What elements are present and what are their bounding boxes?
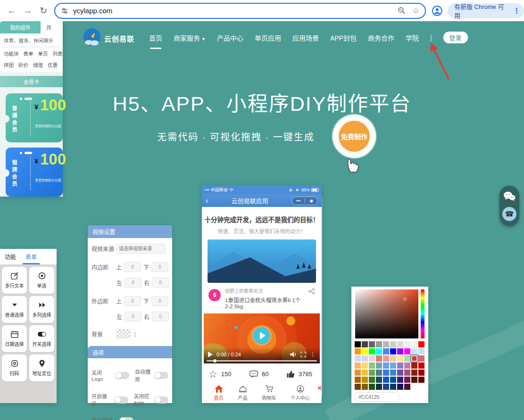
- chrome-update-button[interactable]: 有新版 Chrome 可用 ⋮: [448, 3, 524, 18]
- toggle-disable-seek[interactable]: [119, 417, 133, 420]
- video-progress-bar[interactable]: [207, 360, 317, 362]
- close-circle-icon[interactable]: ◉: [309, 198, 313, 203]
- color-swatch[interactable]: [390, 348, 396, 354]
- component-select[interactable]: 普通选择: [2, 296, 27, 323]
- chevron-down-icon[interactable]: ⌄⌄: [133, 331, 137, 337]
- color-swatch[interactable]: [390, 362, 396, 369]
- color-swatch[interactable]: [418, 341, 424, 347]
- color-swatch[interactable]: [369, 355, 375, 362]
- back-button[interactable]: ←: [4, 3, 20, 19]
- video-source-input[interactable]: [116, 244, 166, 254]
- free-create-cta[interactable]: 免费制作: [333, 115, 376, 158]
- nav-item-single-page-app[interactable]: 单页应用: [255, 33, 281, 42]
- product-list-item[interactable]: 6 田野上的繁荣关注 1泰国进口金枕头榴莲水果6 1个2-2.5kg: [208, 287, 315, 309]
- color-swatch[interactable]: [362, 348, 368, 354]
- color-swatch[interactable]: [362, 370, 368, 376]
- color-swatch[interactable]: [369, 370, 375, 376]
- color-swatch[interactable]: [376, 377, 382, 383]
- color-swatch[interactable]: [397, 370, 403, 376]
- color-swatch[interactable]: [397, 355, 403, 362]
- color-swatch[interactable]: [355, 355, 361, 362]
- color-swatch[interactable]: [383, 355, 389, 362]
- color-swatch[interactable]: [418, 348, 424, 354]
- background-swatch[interactable]: [116, 329, 131, 338]
- component-multi-column-select[interactable]: 多列选择: [29, 296, 54, 323]
- share-icon[interactable]: [308, 288, 315, 295]
- nav-item-product-center[interactable]: 产品中心: [217, 33, 243, 42]
- color-swatch[interactable]: [383, 370, 389, 376]
- color-swatch[interactable]: [390, 370, 396, 376]
- color-swatch[interactable]: [376, 362, 382, 369]
- toggle-close-logo[interactable]: [115, 372, 129, 379]
- color-swatch[interactable]: [362, 355, 368, 362]
- color-swatch[interactable]: [404, 341, 410, 347]
- miniprogram-capsule[interactable]: ••• ◉: [291, 197, 318, 205]
- close-icon[interactable]: ×: [317, 384, 322, 391]
- zoom-icon[interactable]: [398, 7, 406, 15]
- hue-slider[interactable]: [421, 289, 424, 338]
- brand-name[interactable]: 云创易联: [104, 33, 134, 43]
- color-swatch[interactable]: [362, 341, 368, 347]
- nav-item-app-scenarios[interactable]: 应用场景: [292, 33, 319, 42]
- hex-color-input[interactable]: [355, 392, 399, 402]
- site-settings-icon[interactable]: [61, 7, 68, 15]
- margin-left-input[interactable]: [125, 312, 141, 321]
- comment-stat[interactable]: 60: [250, 371, 268, 378]
- play-control-icon[interactable]: [208, 352, 213, 357]
- toggle-autoplay[interactable]: [154, 372, 168, 379]
- component-date-picker[interactable]: 日期选择: [2, 325, 27, 352]
- color-swatch[interactable]: [404, 384, 410, 390]
- color-swatch[interactable]: [369, 348, 375, 354]
- color-swatch[interactable]: [411, 348, 417, 354]
- color-swatch[interactable]: [404, 355, 410, 362]
- color-swatch[interactable]: [355, 370, 361, 376]
- more-dots-icon[interactable]: •••: [296, 198, 300, 203]
- padding-bottom-input[interactable]: [151, 262, 168, 272]
- video-menu-icon[interactable]: ⋮: [310, 351, 316, 358]
- nav-item-business-cooperation[interactable]: 商务合作: [368, 33, 394, 42]
- color-swatch[interactable]: [369, 384, 375, 390]
- color-swatch[interactable]: [411, 362, 417, 369]
- color-swatch[interactable]: [355, 384, 361, 390]
- color-swatch[interactable]: [376, 384, 382, 390]
- component-radio[interactable]: 单选: [29, 267, 54, 294]
- color-swatch[interactable]: [404, 370, 410, 376]
- star-stat[interactable]: ☆ 150: [208, 369, 232, 379]
- margin-right-input[interactable]: [152, 312, 169, 321]
- color-swatch[interactable]: [355, 362, 361, 369]
- free-create-button[interactable]: 免费制作: [339, 121, 370, 152]
- reload-button[interactable]: ↻: [35, 3, 51, 19]
- tab-products[interactable]: 产品: [238, 385, 248, 401]
- component-address-location[interactable]: 地址定位: [29, 354, 54, 381]
- color-swatch[interactable]: [418, 362, 424, 369]
- tab-home[interactable]: 首页: [214, 385, 224, 401]
- color-swatch[interactable]: [376, 355, 382, 362]
- color-swatch[interactable]: [355, 341, 361, 347]
- toggle-loop[interactable]: [114, 396, 128, 404]
- color-swatch[interactable]: [369, 362, 375, 369]
- color-swatch[interactable]: [397, 362, 403, 369]
- color-swatch[interactable]: [383, 377, 389, 383]
- nav-item-app-packaging[interactable]: APP封包: [330, 33, 357, 42]
- color-swatch[interactable]: [418, 370, 424, 376]
- padding-top-input[interactable]: [124, 262, 141, 272]
- color-swatch[interactable]: [411, 341, 417, 347]
- bookmark-star-icon[interactable]: ☆: [412, 6, 419, 16]
- margin-top-input[interactable]: [124, 296, 141, 306]
- forward-button[interactable]: →: [20, 3, 36, 19]
- color-swatch[interactable]: [369, 341, 375, 347]
- margin-bottom-input[interactable]: [151, 296, 168, 306]
- tab-functions[interactable]: 功能: [0, 249, 21, 264]
- color-swatch[interactable]: [362, 377, 368, 383]
- wechat-icon[interactable]: [503, 191, 516, 201]
- color-swatch[interactable]: [362, 384, 368, 390]
- component-multiline-text[interactable]: 多行文本: [2, 267, 27, 294]
- color-swatch[interactable]: [404, 377, 410, 383]
- color-swatch[interactable]: [418, 355, 424, 362]
- color-swatch[interactable]: [404, 348, 410, 354]
- nav-item-home[interactable]: 首页: [149, 33, 162, 42]
- toggle-hide-controls[interactable]: [154, 396, 168, 404]
- color-swatch[interactable]: [369, 377, 375, 383]
- color-swatch[interactable]: [411, 377, 417, 383]
- profile-icon[interactable]: [432, 5, 443, 16]
